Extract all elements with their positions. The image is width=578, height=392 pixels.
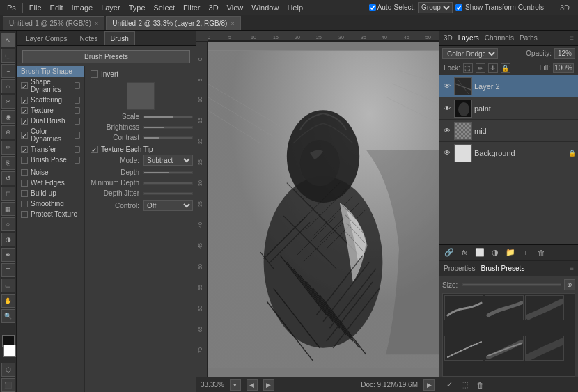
texture-lock[interactable] bbox=[75, 107, 80, 114]
brush-section-tip-shape[interactable]: Brush Tip Shape bbox=[17, 66, 84, 77]
canvas-extra-btn[interactable]: ▶ bbox=[423, 379, 435, 391]
brush-preview-6[interactable] bbox=[525, 336, 564, 361]
delete-layer-btn[interactable]: 🗑 bbox=[536, 247, 547, 258]
brush-section-color-dynamics[interactable]: ✓ Color Dynamics bbox=[17, 126, 84, 144]
panel-tab-layer-comps[interactable]: Layer Comps bbox=[19, 31, 73, 45]
layer2-visibility[interactable]: 👁 bbox=[442, 81, 452, 91]
brush-section-noise[interactable]: Noise bbox=[17, 167, 84, 178]
min-depth-slider[interactable] bbox=[143, 182, 193, 185]
prop-tab-properties[interactable]: Properties bbox=[444, 263, 476, 274]
paint-visibility[interactable]: 👁 bbox=[442, 104, 452, 113]
dual-brush-checkbox[interactable]: ✓ bbox=[21, 118, 28, 125]
background-visibility[interactable]: 👁 bbox=[442, 148, 452, 158]
blend-mode-select[interactable]: Color Dodge Normal Multiply Screen bbox=[442, 48, 498, 59]
lock-position-btn[interactable]: ✛ bbox=[488, 63, 498, 73]
layer-fx-btn[interactable]: fx bbox=[459, 247, 470, 258]
add-folder-btn[interactable]: 📁 bbox=[505, 247, 516, 258]
scattering-checkbox[interactable]: ✓ bbox=[21, 97, 28, 104]
control-select[interactable]: Off bbox=[143, 200, 193, 211]
tool-dodge[interactable]: ◑ bbox=[1, 233, 15, 246]
tool-shape[interactable]: ▭ bbox=[1, 279, 15, 292]
opacity-input[interactable] bbox=[554, 48, 575, 59]
brush-preview-3[interactable] bbox=[525, 295, 564, 320]
brightness-slider[interactable] bbox=[143, 126, 193, 129]
panel-tab-brush[interactable]: Brush bbox=[104, 31, 135, 45]
brush-preview-5[interactable] bbox=[485, 336, 524, 361]
noise-checkbox[interactable] bbox=[21, 169, 28, 176]
tool-eraser[interactable]: ◻ bbox=[1, 187, 15, 201]
tool-clone[interactable]: ⎘ bbox=[1, 156, 15, 170]
tool-wand[interactable]: ⌂ bbox=[1, 79, 15, 93]
brush-section-brush-pose[interactable]: Brush Pose bbox=[17, 155, 84, 165]
zoom-menu-btn[interactable]: ▾ bbox=[230, 379, 241, 391]
auto-select-type[interactable]: Group bbox=[418, 2, 453, 13]
menu-image[interactable]: Image bbox=[68, 2, 97, 13]
canvas-prev-btn[interactable]: ◀ bbox=[247, 379, 258, 391]
texture-each-tip-checkbox[interactable]: ✓ bbox=[91, 146, 98, 153]
smoothing-checkbox[interactable] bbox=[21, 201, 28, 207]
shape-dynamics-lock[interactable] bbox=[75, 82, 80, 89]
menu-help[interactable]: Help bbox=[283, 2, 307, 13]
lock-transparent-btn[interactable]: ⬚ bbox=[463, 63, 473, 73]
buildup-checkbox[interactable] bbox=[21, 190, 28, 197]
show-transform-checkbox[interactable] bbox=[455, 4, 462, 11]
brush-section-dual-brush[interactable]: ✓ Dual Brush bbox=[17, 116, 84, 126]
tool-select[interactable]: ⬚ bbox=[1, 49, 15, 63]
prop-new-btn[interactable]: ⬚ bbox=[459, 379, 470, 391]
tab-3d[interactable]: 3D bbox=[444, 34, 453, 42]
brush-section-wet-edges[interactable]: Wet Edges bbox=[17, 178, 84, 188]
brush-pose-checkbox[interactable] bbox=[21, 157, 28, 164]
tab-channels[interactable]: Channels bbox=[485, 34, 514, 42]
menu-layer[interactable]: Layer bbox=[97, 2, 125, 13]
brush-section-protect-texture[interactable]: Protect Texture bbox=[17, 209, 84, 219]
auto-select-checkbox[interactable] bbox=[369, 4, 376, 11]
brush-section-shape-dynamics[interactable]: ✓ Shape Dynamics bbox=[17, 77, 84, 95]
tool-hand[interactable]: ✋ bbox=[1, 294, 15, 308]
tool-pen[interactable]: ✒ bbox=[1, 248, 15, 262]
tool-mask[interactable]: ⬡ bbox=[1, 363, 15, 377]
protect-texture-checkbox[interactable] bbox=[21, 211, 28, 218]
color-dynamics-checkbox[interactable]: ✓ bbox=[21, 132, 28, 139]
tab-close-2[interactable]: × bbox=[231, 20, 234, 27]
dual-brush-lock[interactable] bbox=[75, 118, 80, 125]
tab-untitled1[interactable]: Untitled-1 @ 25% (RGB/8) × bbox=[3, 16, 104, 30]
menu-window[interactable]: Window bbox=[247, 2, 283, 13]
link-layers-btn[interactable]: 🔗 bbox=[444, 247, 455, 258]
brush-preview-4[interactable] bbox=[444, 336, 483, 361]
depth-slider[interactable] bbox=[143, 171, 193, 174]
tab-paths[interactable]: Paths bbox=[520, 34, 538, 42]
transfer-checkbox[interactable]: ✓ bbox=[21, 146, 28, 153]
tool-brush[interactable]: ✏ bbox=[1, 141, 15, 155]
menu-3d[interactable]: 3D bbox=[205, 2, 223, 13]
texture-preview[interactable] bbox=[127, 82, 155, 110]
brush-preview-1[interactable] bbox=[444, 295, 483, 320]
scattering-lock[interactable] bbox=[75, 97, 80, 104]
brush-pose-lock[interactable] bbox=[75, 157, 80, 164]
mid-visibility[interactable]: 👁 bbox=[442, 126, 452, 136]
invert-checkbox[interactable] bbox=[91, 70, 98, 78]
brush-presets-button[interactable]: Brush Presets bbox=[22, 50, 190, 63]
transfer-lock[interactable] bbox=[75, 146, 80, 153]
brush-section-transfer[interactable]: ✓ Transfer bbox=[17, 144, 84, 155]
depth-jitter-slider[interactable] bbox=[143, 192, 193, 195]
tab-close-1[interactable]: × bbox=[95, 20, 98, 27]
tool-gradient[interactable]: ▦ bbox=[1, 202, 15, 216]
menu-view[interactable]: View bbox=[223, 2, 248, 13]
tool-crop[interactable]: ✂ bbox=[1, 95, 15, 109]
canvas-container[interactable] bbox=[208, 42, 439, 377]
brush-section-scattering[interactable]: ✓ Scattering bbox=[17, 95, 84, 105]
shape-dynamics-checkbox[interactable]: ✓ bbox=[21, 82, 28, 89]
lock-image-btn[interactable]: ✏ bbox=[476, 63, 485, 73]
mode-select[interactable]: Subtract bbox=[143, 155, 193, 166]
tool-move[interactable]: ↖ bbox=[1, 33, 15, 47]
tab-untitled2[interactable]: Untitled-2 @ 33.3% (Layer 2, RGB/8) × bbox=[106, 16, 241, 30]
canvas-next-btn[interactable]: ▶ bbox=[263, 379, 274, 391]
menu-file[interactable]: File bbox=[25, 2, 46, 13]
tool-eyedropper[interactable]: ◉ bbox=[1, 110, 15, 124]
menu-type[interactable]: Type bbox=[125, 2, 150, 13]
menu-ps[interactable]: Ps bbox=[3, 2, 20, 13]
layer-row-background[interactable]: 👁 Background 🔒 bbox=[439, 142, 578, 164]
menu-edit[interactable]: Edit bbox=[46, 2, 68, 13]
new-layer-btn[interactable]: + bbox=[520, 247, 531, 258]
tab-layers[interactable]: Layers bbox=[458, 34, 479, 42]
